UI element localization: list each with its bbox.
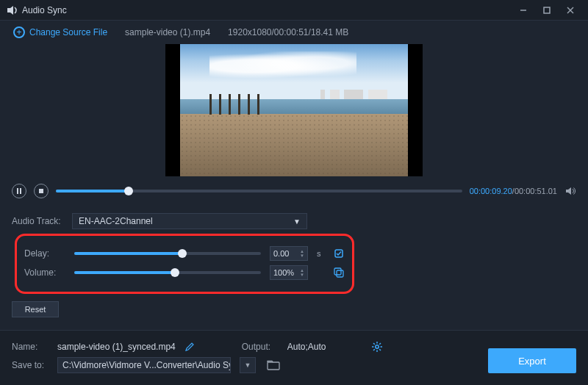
delay-row: Delay: 0.00 ▲▼ s xyxy=(24,246,345,261)
audio-track-value: EN-AAC-2Channel xyxy=(79,216,153,226)
svg-rect-1 xyxy=(544,7,550,13)
volume-slider[interactable] xyxy=(74,271,261,274)
save-to-label: Save to: xyxy=(12,360,49,370)
progress-track[interactable] xyxy=(56,190,462,192)
audio-track-section: Audio Track: EN-AAC-2Channel ▼ Delay: 0.… xyxy=(0,206,588,297)
reset-label: Reset xyxy=(25,305,46,314)
window-title: Audio Sync xyxy=(22,5,512,15)
export-button[interactable]: Export xyxy=(488,348,576,373)
open-folder-button[interactable] xyxy=(265,357,282,373)
delay-value: 0.00 xyxy=(273,249,289,258)
volume-row: Volume: 100% ▲▼ xyxy=(24,265,345,280)
save-path-value: C:\Vidmore\Vidmore V...Converter\Audio S… xyxy=(62,360,231,370)
stop-icon xyxy=(39,189,43,193)
delay-label: Delay: xyxy=(24,248,65,259)
time-display: 00:00:09.20/00:00:51.01 xyxy=(470,187,557,195)
time-current: 00:00:09.20 xyxy=(470,187,512,195)
audio-track-select[interactable]: EN-AAC-2Channel ▼ xyxy=(72,213,307,229)
volume-sync-icon[interactable] xyxy=(333,267,345,278)
time-total: 00:00:51.01 xyxy=(514,187,557,195)
output-settings-button[interactable] xyxy=(371,341,383,353)
close-icon xyxy=(567,7,574,14)
save-path-dropdown[interactable]: ▼ xyxy=(240,357,256,373)
delay-unit: s xyxy=(317,249,324,258)
delay-sync-icon[interactable] xyxy=(333,248,345,259)
svg-rect-5 xyxy=(334,268,341,275)
delay-slider[interactable] xyxy=(74,252,261,255)
chevron-down-icon: ▼ xyxy=(293,217,301,226)
edit-name-button[interactable] xyxy=(184,342,195,352)
folder-icon xyxy=(267,360,280,370)
audio-track-label: Audio Track: xyxy=(12,216,63,226)
delay-stepper[interactable]: 0.00 ▲▼ xyxy=(270,246,308,261)
maximize-icon xyxy=(543,7,551,14)
stepper-arrows-icon: ▲▼ xyxy=(300,268,304,277)
close-button[interactable] xyxy=(559,3,582,18)
chevron-down-icon: ▼ xyxy=(245,361,251,369)
source-fileinfo: 1920x1080/00:00:51/18.41 MB xyxy=(228,27,348,37)
stop-button[interactable] xyxy=(34,184,49,198)
gear-icon xyxy=(371,341,383,353)
source-filename: sample-video (1).mp4 xyxy=(125,27,210,37)
pause-button[interactable] xyxy=(12,184,26,198)
svg-rect-6 xyxy=(337,270,343,277)
preview-area xyxy=(0,44,588,179)
title-bar: Audio Sync xyxy=(0,0,588,21)
svg-line-12 xyxy=(373,343,375,345)
player-controls: 00:00:09.20/00:00:51.01 xyxy=(0,179,588,206)
app-icon xyxy=(6,4,18,16)
svg-rect-16 xyxy=(268,362,279,370)
name-value: sample-video (1)_synced.mp4 xyxy=(57,342,176,352)
footer: Name: sample-video (1)_synced.mp4 Output… xyxy=(0,330,588,385)
minimize-button[interactable] xyxy=(512,3,535,18)
reset-button[interactable]: Reset xyxy=(12,301,59,317)
change-source-button[interactable]: + Change Source File xyxy=(13,26,107,38)
minimize-icon xyxy=(520,7,527,14)
volume-label: Volume: xyxy=(24,267,65,278)
save-path-field[interactable]: C:\Vidmore\Vidmore V...Converter\Audio S… xyxy=(57,357,231,373)
pencil-icon xyxy=(184,342,195,352)
plus-circle-icon: + xyxy=(13,26,25,38)
video-preview[interactable] xyxy=(165,44,423,176)
svg-line-15 xyxy=(380,343,381,345)
change-source-label: Change Source File xyxy=(29,27,107,37)
output-label: Output: xyxy=(242,342,279,352)
sync-controls-highlight: Delay: 0.00 ▲▼ s Volume: 100% ▲▼ xyxy=(15,234,354,294)
source-bar: + Change Source File sample-video (1).mp… xyxy=(0,21,588,44)
volume-icon[interactable] xyxy=(564,185,576,197)
pause-icon xyxy=(17,188,21,194)
output-value: Auto;Auto xyxy=(287,342,326,352)
stepper-arrows-icon: ▲▼ xyxy=(300,249,304,258)
volume-value: 100% xyxy=(273,268,294,277)
volume-stepper[interactable]: 100% ▲▼ xyxy=(270,265,308,280)
export-label: Export xyxy=(518,356,546,367)
svg-point-7 xyxy=(376,345,379,348)
maximize-button[interactable] xyxy=(535,3,559,18)
name-label: Name: xyxy=(12,342,49,352)
svg-line-14 xyxy=(373,349,375,350)
svg-line-13 xyxy=(380,349,381,350)
